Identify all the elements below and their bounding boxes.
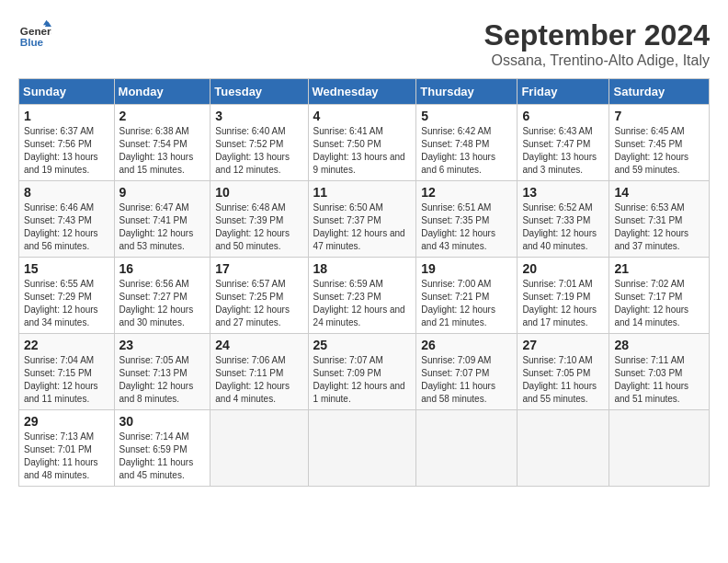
calendar-cell: 30 Sunrise: 7:14 AM Sunset: 6:59 PM Dayl…	[114, 410, 210, 487]
day-info: Sunrise: 7:02 AM Sunset: 7:17 PM Dayligh…	[614, 279, 688, 327]
day-info: Sunrise: 6:47 AM Sunset: 7:41 PM Dayligh…	[119, 202, 194, 251]
day-number: 17	[215, 261, 302, 276]
day-number: 3	[215, 109, 302, 123]
calendar-cell	[308, 410, 416, 487]
day-number: 24	[215, 338, 302, 352]
calendar-table: SundayMondayTuesdayWednesdayThursdayFrid…	[18, 78, 710, 487]
day-number: 27	[522, 338, 604, 352]
calendar-cell: 24 Sunrise: 7:06 AM Sunset: 7:11 PM Dayl…	[210, 334, 308, 410]
day-number: 13	[522, 185, 604, 200]
header-row: SundayMondayTuesdayWednesdayThursdayFrid…	[19, 79, 710, 105]
calendar-cell: 7 Sunrise: 6:45 AM Sunset: 7:45 PM Dayli…	[609, 105, 710, 181]
calendar-cell: 16 Sunrise: 6:56 AM Sunset: 7:27 PM Dayl…	[114, 258, 210, 334]
day-number: 1	[24, 109, 109, 123]
day-number: 6	[522, 109, 604, 123]
calendar-cell: 26 Sunrise: 7:09 AM Sunset: 7:07 PM Dayl…	[416, 334, 518, 410]
day-info: Sunrise: 6:41 AM Sunset: 7:50 PM Dayligh…	[313, 126, 405, 175]
day-number: 9	[119, 185, 206, 200]
day-number: 7	[614, 109, 704, 123]
day-info: Sunrise: 6:50 AM Sunset: 7:37 PM Dayligh…	[313, 202, 405, 251]
day-number: 16	[119, 261, 206, 276]
calendar-week-3: 15 Sunrise: 6:55 AM Sunset: 7:29 PM Dayl…	[19, 258, 710, 334]
day-info: Sunrise: 7:13 AM Sunset: 7:01 PM Dayligh…	[24, 431, 98, 480]
day-number: 26	[421, 338, 512, 352]
logo-icon: General Blue	[18, 18, 51, 52]
day-info: Sunrise: 6:56 AM Sunset: 7:27 PM Dayligh…	[119, 279, 194, 327]
day-number: 14	[614, 185, 704, 200]
day-info: Sunrise: 6:46 AM Sunset: 7:43 PM Dayligh…	[24, 202, 98, 251]
day-info: Sunrise: 6:38 AM Sunset: 7:54 PM Dayligh…	[119, 126, 194, 175]
day-info: Sunrise: 6:40 AM Sunset: 7:52 PM Dayligh…	[215, 126, 290, 175]
day-info: Sunrise: 7:07 AM Sunset: 7:09 PM Dayligh…	[313, 355, 405, 404]
day-info: Sunrise: 7:00 AM Sunset: 7:21 PM Dayligh…	[421, 279, 495, 327]
column-header-thursday: Thursday	[416, 79, 518, 105]
day-number: 15	[24, 261, 109, 276]
calendar-cell: 9 Sunrise: 6:47 AM Sunset: 7:41 PM Dayli…	[114, 181, 210, 258]
day-info: Sunrise: 7:09 AM Sunset: 7:07 PM Dayligh…	[421, 355, 495, 404]
calendar-week-4: 22 Sunrise: 7:04 AM Sunset: 7:15 PM Dayl…	[19, 334, 710, 410]
day-number: 4	[313, 109, 412, 123]
calendar-cell: 17 Sunrise: 6:57 AM Sunset: 7:25 PM Dayl…	[210, 258, 308, 334]
calendar-cell: 22 Sunrise: 7:04 AM Sunset: 7:15 PM Dayl…	[19, 334, 115, 410]
calendar-cell	[416, 410, 518, 487]
day-number: 2	[119, 109, 206, 123]
day-number: 30	[119, 414, 206, 429]
calendar-cell: 1 Sunrise: 6:37 AM Sunset: 7:56 PM Dayli…	[19, 105, 115, 181]
day-number: 23	[119, 338, 206, 352]
day-number: 12	[421, 185, 512, 200]
column-header-wednesday: Wednesday	[308, 79, 416, 105]
day-info: Sunrise: 6:45 AM Sunset: 7:45 PM Dayligh…	[614, 126, 688, 175]
day-info: Sunrise: 6:52 AM Sunset: 7:33 PM Dayligh…	[522, 202, 597, 251]
calendar-cell: 25 Sunrise: 7:07 AM Sunset: 7:09 PM Dayl…	[308, 334, 416, 410]
calendar-cell: 20 Sunrise: 7:01 AM Sunset: 7:19 PM Dayl…	[518, 258, 609, 334]
day-info: Sunrise: 7:05 AM Sunset: 7:13 PM Dayligh…	[119, 355, 194, 404]
day-info: Sunrise: 7:06 AM Sunset: 7:11 PM Dayligh…	[215, 355, 290, 404]
day-info: Sunrise: 7:01 AM Sunset: 7:19 PM Dayligh…	[522, 279, 597, 327]
column-header-sunday: Sunday	[19, 79, 115, 105]
day-number: 11	[313, 185, 412, 200]
column-header-monday: Monday	[114, 79, 210, 105]
day-number: 29	[24, 414, 109, 429]
calendar-cell: 4 Sunrise: 6:41 AM Sunset: 7:50 PM Dayli…	[308, 105, 416, 181]
calendar-cell	[210, 410, 308, 487]
title-section: September 2024 Ossana, Trentino-Alto Adi…	[484, 18, 710, 69]
day-info: Sunrise: 7:11 AM Sunset: 7:03 PM Dayligh…	[614, 355, 688, 404]
day-number: 25	[313, 338, 412, 352]
column-header-tuesday: Tuesday	[210, 79, 308, 105]
page-subtitle: Ossana, Trentino-Alto Adige, Italy	[484, 52, 710, 69]
calendar-cell: 2 Sunrise: 6:38 AM Sunset: 7:54 PM Dayli…	[114, 105, 210, 181]
calendar-cell: 8 Sunrise: 6:46 AM Sunset: 7:43 PM Dayli…	[19, 181, 115, 258]
svg-text:Blue: Blue	[20, 36, 44, 48]
calendar-cell: 23 Sunrise: 7:05 AM Sunset: 7:13 PM Dayl…	[114, 334, 210, 410]
day-number: 18	[313, 261, 412, 276]
day-info: Sunrise: 6:59 AM Sunset: 7:23 PM Dayligh…	[313, 279, 405, 327]
calendar-cell: 3 Sunrise: 6:40 AM Sunset: 7:52 PM Dayli…	[210, 105, 308, 181]
calendar-cell: 13 Sunrise: 6:52 AM Sunset: 7:33 PM Dayl…	[518, 181, 609, 258]
page-title: September 2024	[484, 18, 710, 52]
day-number: 8	[24, 185, 109, 200]
calendar-cell: 6 Sunrise: 6:43 AM Sunset: 7:47 PM Dayli…	[518, 105, 609, 181]
day-info: Sunrise: 6:51 AM Sunset: 7:35 PM Dayligh…	[421, 202, 495, 251]
day-info: Sunrise: 6:55 AM Sunset: 7:29 PM Dayligh…	[24, 279, 98, 327]
calendar-cell: 27 Sunrise: 7:10 AM Sunset: 7:05 PM Dayl…	[518, 334, 609, 410]
calendar-cell: 29 Sunrise: 7:13 AM Sunset: 7:01 PM Dayl…	[19, 410, 115, 487]
day-number: 10	[215, 185, 302, 200]
calendar-body: 1 Sunrise: 6:37 AM Sunset: 7:56 PM Dayli…	[19, 105, 710, 487]
day-info: Sunrise: 6:37 AM Sunset: 7:56 PM Dayligh…	[24, 126, 98, 175]
calendar-cell: 18 Sunrise: 6:59 AM Sunset: 7:23 PM Dayl…	[308, 258, 416, 334]
column-header-saturday: Saturday	[609, 79, 710, 105]
calendar-cell: 12 Sunrise: 6:51 AM Sunset: 7:35 PM Dayl…	[416, 181, 518, 258]
day-number: 22	[24, 338, 109, 352]
day-info: Sunrise: 7:14 AM Sunset: 6:59 PM Dayligh…	[119, 431, 194, 480]
logo: General Blue	[18, 18, 51, 52]
day-number: 19	[421, 261, 512, 276]
day-number: 21	[614, 261, 704, 276]
day-number: 28	[614, 338, 704, 352]
column-header-friday: Friday	[518, 79, 609, 105]
day-info: Sunrise: 6:42 AM Sunset: 7:48 PM Dayligh…	[421, 126, 495, 175]
day-info: Sunrise: 6:48 AM Sunset: 7:39 PM Dayligh…	[215, 202, 290, 251]
calendar-cell: 11 Sunrise: 6:50 AM Sunset: 7:37 PM Dayl…	[308, 181, 416, 258]
day-number: 20	[522, 261, 604, 276]
calendar-week-5: 29 Sunrise: 7:13 AM Sunset: 7:01 PM Dayl…	[19, 410, 710, 487]
day-info: Sunrise: 7:10 AM Sunset: 7:05 PM Dayligh…	[522, 355, 597, 404]
